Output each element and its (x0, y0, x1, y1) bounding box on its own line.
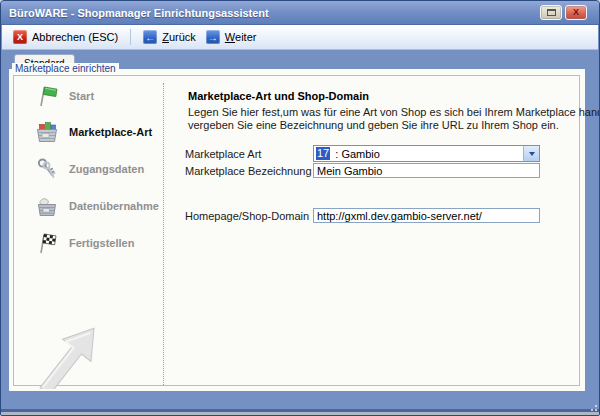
wizard-step-start[interactable]: Start (34, 82, 159, 110)
page-title: Marketplace-Art und Shop-Domain (188, 90, 369, 102)
wizard-step-marketplace-art[interactable]: Marketplace-Art (34, 118, 159, 146)
titlebar[interactable]: BüroWARE - Shopmanager Einrichtungsassis… (1, 1, 599, 25)
marketplace-bezeichnung-label: Marketplace Bezeichnung (185, 165, 312, 177)
homepage-domain-label: Homepage/Shop-Domain (185, 210, 309, 222)
back-button-label: Zurück (162, 31, 196, 43)
checkered-flag-icon (34, 230, 60, 256)
description-line1: Legen Sie hier fest,um was für eine Art … (188, 106, 600, 118)
wizard-step-label: Datenübernahme (69, 200, 159, 212)
dropdown-button[interactable] (523, 146, 539, 161)
back-button[interactable]: ← Zurück (138, 28, 201, 46)
green-flag-icon (34, 83, 60, 109)
arrow-left-icon: ← (143, 30, 157, 44)
wizard-step-datenuebernahme[interactable]: Datenübernahme (34, 192, 159, 220)
wizard-step-zugangsdaten[interactable]: Zugangsdaten (34, 155, 159, 183)
data-basket-icon (34, 193, 60, 219)
window-frame-shadow (1, 412, 599, 415)
toolbar-separator (130, 29, 131, 45)
main-panel: Marketplace einrichten Start Marketplace… (9, 69, 585, 391)
window-controls: X (540, 5, 587, 20)
homepage-domain-input[interactable] (313, 208, 540, 223)
marketplace-art-dropdown[interactable]: 17 : Gambio (313, 145, 540, 162)
description-line2: vergeben Sie eine Bezeichnung und geben … (188, 119, 559, 131)
groupbox-label: Marketplace einrichten (12, 63, 119, 74)
shopping-basket-icon (34, 119, 60, 145)
next-button-label: Weiter (225, 31, 257, 43)
marketplace-bezeichnung-input[interactable] (313, 163, 540, 178)
close-icon: X (573, 8, 579, 17)
selected-id-highlight: 17 (316, 147, 330, 160)
restore-button[interactable] (540, 5, 562, 20)
sidebar-separator (163, 83, 164, 385)
window-title: BüroWARE - Shopmanager Einrichtungsassis… (9, 7, 269, 19)
wizard-step-label: Marketplace-Art (69, 126, 152, 138)
marketplace-art-label: Marketplace Art (185, 148, 261, 160)
cancel-x-icon: X (13, 30, 27, 44)
resize-grip[interactable] (589, 403, 597, 411)
keys-icon (34, 156, 60, 182)
arrow-right-icon: → (206, 30, 220, 44)
decorative-arrow-graphic (17, 295, 121, 389)
cancel-button[interactable]: X Abbrechen (ESC) (8, 28, 123, 46)
next-button[interactable]: → Weiter (201, 28, 262, 46)
close-button[interactable]: X (565, 5, 587, 20)
shopmanager-wizard-window: BüroWARE - Shopmanager Einrichtungsassis… (0, 0, 600, 416)
wizard-step-fertigstellen[interactable]: Fertigstellen (34, 229, 159, 257)
chevron-down-icon (529, 152, 535, 156)
selected-value-text: : Gambio (332, 148, 380, 160)
toolbar: X Abbrechen (ESC) ← Zurück → Weiter (2, 25, 598, 50)
wizard-step-label: Zugangsdaten (69, 163, 144, 175)
restore-icon (547, 9, 556, 16)
wizard-step-label: Fertigstellen (69, 237, 134, 249)
wizard-step-label: Start (69, 90, 94, 102)
cancel-button-label: Abbrechen (ESC) (32, 31, 118, 43)
